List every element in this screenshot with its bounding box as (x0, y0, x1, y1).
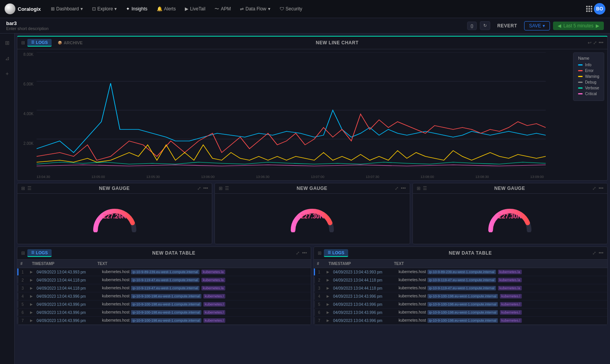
legend-verbose: Verbose (578, 86, 599, 90)
fullscreen-icon[interactable]: ⤢ (593, 40, 597, 45)
gauge-1-header: ⊞ ☰ NEW GAUGE ⤢ ••• (17, 183, 212, 194)
table-row[interactable]: 2 ▶ 04/09/2023 13:04:44.118 pm kubernete… (314, 276, 607, 284)
chart-drag-handle[interactable]: ⊞ (21, 40, 25, 45)
legend-error: Error (578, 69, 599, 73)
table-row[interactable]: 5 ▶ 04/09/2023 13:04:43.996 pm kubernete… (314, 300, 607, 309)
table-1-fullscreen[interactable]: ⤢ (296, 250, 300, 256)
table-row[interactable]: 4 ▶ 04/09/2023 13:04:43.996 pm kubernete… (17, 292, 311, 300)
gauge-2-fullscreen[interactable]: ⤢ (395, 186, 399, 191)
nav-security[interactable]: 🛡 Security (276, 4, 306, 14)
legend-info: Info (578, 63, 599, 67)
table-2-more[interactable]: ••• (598, 250, 603, 256)
sidebar-filter-icon[interactable]: ⊿ (3, 53, 12, 64)
chart-tab-archive[interactable]: 📦 ARCHIVE (54, 39, 87, 46)
sidebar-add-icon[interactable]: + (3, 68, 11, 79)
nav-livetail[interactable]: ▶ LiveTail (181, 4, 209, 14)
gauge-1-title: NEW GAUGE (34, 186, 195, 191)
legend-debug: Debug (578, 80, 599, 84)
gauge-2-header: ⊞ ☰ NEW GAUGE ⤢ ••• (215, 183, 409, 194)
sidebar-grid-icon[interactable]: ⊞ (3, 37, 12, 48)
data-table-row: ⊞ ☰ LOGS NEW DATA TABLE ⤢ ••• # TIMESTAM… (17, 247, 608, 325)
subheader-actions: {} ↻ REVERT SAVE ▾ ◀ Last 5 minutes ▶ (467, 21, 604, 30)
nav-dataflow[interactable]: ⇌ Data Flow ▾ (236, 4, 274, 14)
time-range-button[interactable]: ◀ Last 5 minutes ▶ (553, 22, 604, 30)
refresh-button[interactable]: ↻ (480, 21, 490, 30)
line-chart-header: ⊞ ☰ LOGS 📦 ARCHIVE NEW LINE CHART ↩ ⤢ ••… (17, 37, 607, 49)
main-layout: ⊞ ⊿ + ⊞ ☰ LOGS 📦 ARCHIVE NEW LINE CHART … (0, 34, 610, 364)
gauge-1-value: 227.26K (103, 213, 126, 220)
col-header-text-2: TEXT (391, 260, 607, 268)
gauge-panel-1: ⊞ ☰ NEW GAUGE ⤢ ••• (17, 183, 212, 244)
gauge-panel-3: ⊞ ☰ NEW GAUGE ⤢ ••• (412, 183, 608, 244)
gauge-2-wrap: 227.30K (289, 205, 335, 232)
dashboard-description[interactable]: Enter short description (6, 26, 49, 31)
gauge-3-drag[interactable]: ⊞ (417, 186, 421, 191)
nav-dashboard[interactable]: ⊞ Dashboard ▾ (47, 4, 87, 14)
gauge-3-fullscreen[interactable]: ⤢ (592, 186, 596, 191)
table-1-more[interactable]: ••• (302, 250, 307, 256)
gauge-1-wrap: 227.26K (92, 205, 138, 232)
gauge-row: ⊞ ☰ NEW GAUGE ⤢ ••• (17, 183, 608, 244)
gauge-3-wrap: 227.30K (487, 205, 533, 232)
user-avatar[interactable]: BO (594, 3, 605, 15)
table-row[interactable]: 5 ▶ 04/09/2023 13:04:43.996 pm kubernete… (17, 300, 311, 309)
table-row[interactable]: 3 ▶ 04/09/2023 13:04:44.118 pm kubernete… (17, 284, 311, 292)
gauge-3-table-icon[interactable]: ☰ (423, 186, 427, 191)
json-editor-button[interactable]: {} (467, 22, 477, 30)
dashboard-content: ⊞ ☰ LOGS 📦 ARCHIVE NEW LINE CHART ↩ ⤢ ••… (15, 34, 610, 364)
undo-icon[interactable]: ↩ (588, 40, 592, 45)
gauge-1-fullscreen[interactable]: ⤢ (197, 186, 201, 191)
gauge-2-table-icon[interactable]: ☰ (225, 186, 229, 191)
table-2-header: ⊞ ☰ LOGS NEW DATA TABLE ⤢ ••• (314, 247, 607, 260)
table-1-drag[interactable]: ⊞ (21, 250, 25, 256)
nav-alerts[interactable]: 🔔 Alerts (153, 4, 180, 14)
revert-button[interactable]: REVERT (493, 22, 521, 30)
legend-warning: Warning (578, 74, 599, 79)
table-2-tab-logs[interactable]: ☰ LOGS (324, 249, 348, 257)
table-1-col-headers: # TIMESTAMP TEXT (17, 260, 311, 268)
dashboard-name: bar3 (6, 20, 49, 26)
table-row[interactable]: 6 ▶ 04/09/2023 13:04:43.996 pm kubernete… (17, 309, 311, 317)
nav-explore[interactable]: ⊡ Explore ▾ (88, 4, 121, 14)
table-row[interactable]: 1 ▶ 04/09/2023 13:04:43.993 pm kubernete… (17, 268, 311, 276)
table-1-header: ⊞ ☰ LOGS NEW DATA TABLE ⤢ ••• (17, 247, 311, 260)
more-options-icon[interactable]: ••• (598, 40, 603, 45)
table-row[interactable]: 4 ▶ 04/09/2023 13:04:43.996 pm kubernete… (314, 292, 607, 300)
line-chart-title: NEW LINE CHART (89, 40, 586, 45)
table-row[interactable]: 3 ▶ 04/09/2023 13:04:44.118 pm kubernete… (314, 284, 607, 292)
table-row[interactable]: 1 ▶ 04/09/2023 13:04:43.993 pm kubernete… (314, 268, 607, 276)
table-2-drag[interactable]: ⊞ (318, 250, 322, 256)
nav-apm[interactable]: 〜 APM (211, 3, 235, 15)
dashboard-title-block: bar3 Enter short description (6, 20, 49, 31)
gauge-1-drag[interactable]: ⊞ (21, 186, 25, 191)
y-axis-labels: 8.00K 6.00K 4.00K 2.00K (17, 52, 36, 171)
col-header-num-1: # (17, 260, 29, 268)
table-row[interactable]: 7 ▶ 04/09/2023 13:04:43.996 pm kubernete… (17, 317, 311, 325)
top-navigation: Coralogix ⊞ Dashboard ▾ ⊡ Explore ▾ ✦ In… (0, 0, 610, 18)
line-chart-body: 8.00K 6.00K 4.00K 2.00K (17, 49, 607, 180)
gauge-3-more[interactable]: ••• (598, 186, 603, 191)
nav-insights[interactable]: ✦ Insights (122, 4, 151, 14)
table-row[interactable]: 7 ▶ 04/09/2023 13:04:43.996 pm kubernete… (314, 317, 607, 325)
gauge-3-value: 227.30K (498, 213, 522, 220)
gauge-1-more[interactable]: ••• (203, 186, 208, 191)
col-header-text-1: TEXT (94, 260, 311, 268)
table-2-fullscreen[interactable]: ⤢ (592, 250, 596, 256)
save-button[interactable]: SAVE ▾ (524, 21, 550, 30)
x-axis-labels: 13:04:30 13:05:00 13:05:30 13:06:00 13:0… (37, 175, 544, 179)
gauge-1-table-icon[interactable]: ☰ (27, 186, 32, 191)
gauge-2-more[interactable]: ••• (401, 186, 406, 191)
line-chart-panel: ⊞ ☰ LOGS 📦 ARCHIVE NEW LINE CHART ↩ ⤢ ••… (17, 36, 608, 181)
table-row[interactable]: 2 ▶ 04/09/2023 13:04:44.118 pm kubernete… (17, 276, 311, 284)
nav-grid-button[interactable] (586, 6, 592, 12)
table-1-tab-logs[interactable]: ☰ LOGS (27, 249, 52, 257)
chart-tab-logs[interactable]: ☰ LOGS (27, 39, 52, 47)
gauge-3-title: NEW GAUGE (429, 186, 590, 191)
table-2-title: NEW DATA TABLE (350, 250, 590, 256)
gauge-2-drag[interactable]: ⊞ (219, 186, 223, 191)
col-header-ts-2: TIMESTAMP (325, 260, 391, 268)
logo[interactable]: Coralogix (5, 3, 41, 14)
table-1-body: 1 ▶ 04/09/2023 13:04:43.993 pm kubernete… (17, 268, 311, 325)
table-row[interactable]: 6 ▶ 04/09/2023 13:04:43.996 pm kubernete… (314, 309, 607, 317)
gauge-panel-2: ⊞ ☰ NEW GAUGE ⤢ ••• (215, 183, 410, 244)
